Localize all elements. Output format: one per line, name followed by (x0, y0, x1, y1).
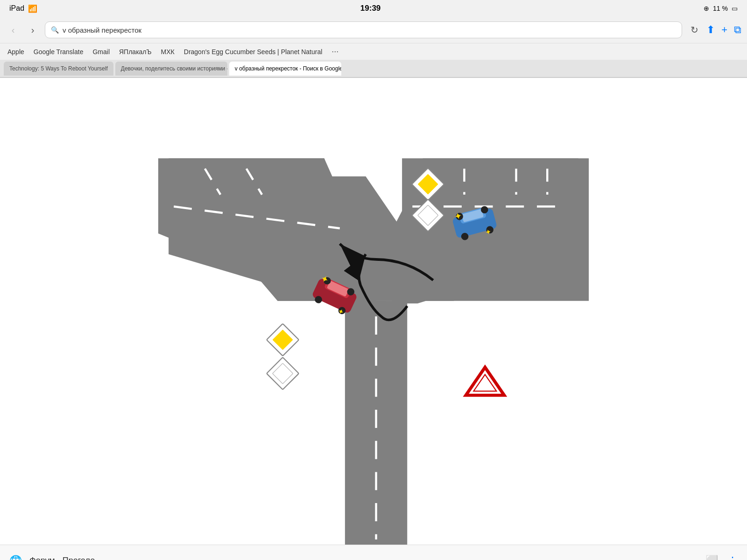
bookmark-dragon[interactable]: Dragon's Egg Cucumber Seeds | Planet Nat… (184, 48, 323, 56)
tab-intersection[interactable]: v образный перекресток - Поиск в Google (229, 62, 341, 76)
tab-technology[interactable]: Technology: 5 Ways To Reboot Yourself (4, 62, 113, 76)
share-button[interactable]: ⬆ (706, 24, 715, 36)
bookmark-google-translate[interactable]: Google Translate (34, 48, 84, 56)
battery-label: 11 % (713, 5, 728, 12)
tabs-bar: Technology: 5 Ways To Reboot Yourself Де… (0, 60, 747, 77)
more-options-button[interactable]: ⋮ (727, 555, 738, 560)
tab-girls[interactable]: Девочки, поделитесь своими историями - С… (115, 62, 227, 76)
bookmark-gmail[interactable]: Gmail (92, 48, 110, 56)
bookmarks-bar: Apple Google Translate Gmail ЯПлакалЪ МХ… (0, 43, 747, 60)
bookmark-apple[interactable]: Apple (7, 48, 24, 56)
back-button[interactable]: ‹ (6, 22, 21, 37)
forum-label: Форум (29, 556, 55, 560)
more-bookmarks-button[interactable]: ··· (331, 47, 338, 56)
address-text: v образный перекресток (63, 26, 141, 34)
tab-label: Technology: 5 Ways To Reboot Yourself (9, 65, 108, 72)
wifi-icon: 📶 (28, 4, 37, 13)
forward-icon: › (31, 25, 35, 35)
reload-button[interactable]: ↻ (687, 22, 702, 37)
address-bar[interactable]: 🔍 v образный перекресток (45, 21, 682, 38)
bookmark-button[interactable]: ⬜ (705, 555, 718, 560)
forward-button[interactable]: › (25, 22, 40, 37)
bookmark-mxk[interactable]: МХК (161, 48, 175, 56)
browser-chrome: ‹ › 🔍 v образный перекресток ↻ ⬆ + ⧉ App… (0, 17, 747, 78)
globe-status-icon: ⊕ (704, 5, 709, 12)
status-bar: iPad 📶 19:39 ⊕ 11 % ▭ (0, 0, 747, 17)
tabs-overview-button[interactable]: ⧉ (734, 24, 741, 36)
battery-icon: ▭ (732, 5, 738, 12)
bookmark-yaplakal[interactable]: ЯПлакалЪ (119, 48, 152, 56)
tab-label: v образный перекресток - Поиск в Google (235, 65, 341, 72)
reload-icon: ↻ (691, 24, 698, 35)
page-excerpt: Проголо (63, 556, 95, 560)
time-display: 19:39 (360, 4, 381, 13)
page-content: ✦ ✦ ✦ ✦ (0, 78, 747, 545)
toolbar: ‹ › 🔍 v образный перекресток ↻ ⬆ + ⧉ (0, 17, 747, 43)
tab-label: Девочки, поделитесь своими историями - С… (121, 65, 227, 72)
back-icon: ‹ (12, 25, 15, 35)
search-icon: 🔍 (51, 26, 59, 34)
new-tab-button[interactable]: + (721, 24, 727, 36)
diagram-container: ✦ ✦ ✦ ✦ (0, 78, 747, 545)
device-label: iPad (9, 4, 24, 13)
globe-icon: 🌐 (9, 555, 22, 560)
bottom-bar: 🌐 Форум Проголо ⬜ ⋮ (0, 545, 747, 560)
